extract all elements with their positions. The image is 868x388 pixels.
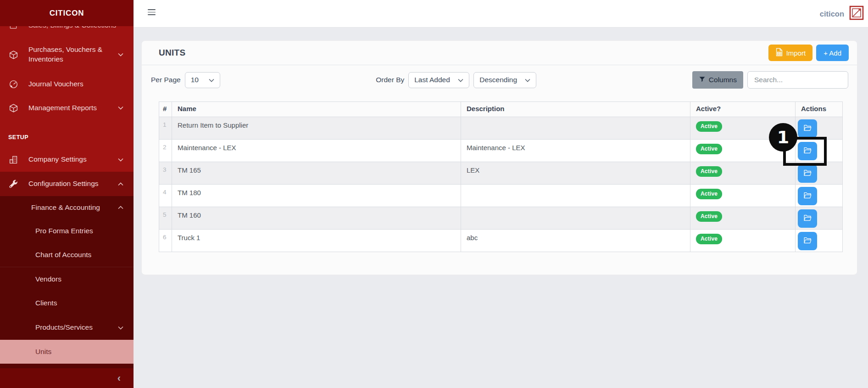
status-badge: Active [696, 144, 722, 154]
sidebar-item-products-services[interactable]: Products/Services [0, 315, 134, 340]
sidebar-item-pro-forma-entries[interactable]: Pro Forma Entries [0, 219, 134, 243]
sidebar: Sales, Billings & Collections Purchases,… [0, 0, 134, 388]
open-record-button[interactable] [798, 232, 817, 250]
open-record-button[interactable] [798, 187, 817, 205]
sidebar-item-label: Chart of Accounts [0, 250, 134, 260]
sort-direction-select[interactable]: Descending [473, 72, 536, 88]
sidebar-item-company-settings[interactable]: Company Settings [0, 147, 134, 172]
column-header-name: Name [172, 102, 461, 117]
table-controls: Per Page 10 Order By Last Added [151, 71, 848, 89]
per-page-label: Per Page [151, 76, 181, 84]
status-badge: Active [696, 166, 722, 177]
sidebar-item-label: Units [0, 347, 134, 357]
columns-button-label: Columns [709, 76, 737, 84]
sidebar-submenu-configuration: Finance & Accounting Pro Forma Entries C… [0, 196, 134, 368]
cube-icon [8, 103, 18, 113]
columns-button[interactable]: Columns [692, 71, 743, 89]
cell-active: Active [690, 230, 796, 252]
app-root: Sales, Billings & Collections Purchases,… [0, 0, 868, 388]
sidebar-item-label: Finance & Accounting [0, 203, 118, 213]
import-button-label: Import [786, 49, 806, 57]
sidebar-item-label: Pro Forma Entries [0, 226, 134, 236]
cell-active: Active [690, 207, 796, 230]
sidebar-collapse-button[interactable]: ‹ [0, 368, 134, 388]
wrench-icon [8, 179, 18, 189]
add-button[interactable]: + Add [816, 45, 849, 61]
chevron-down-icon [209, 76, 214, 84]
sidebar-item-vendors[interactable]: Vendors [0, 267, 134, 291]
units-table: # Name Description Active? Actions 1 Ret… [159, 101, 843, 252]
cell-active: Active [690, 185, 796, 207]
chevron-left-icon: ‹ [117, 373, 121, 383]
page-title: UNITS [159, 48, 186, 58]
sidebar-item-chart-of-accounts[interactable]: Chart of Accounts [0, 243, 134, 267]
broken-image-icon [849, 6, 864, 22]
open-record-button[interactable] [798, 209, 817, 228]
per-page-select[interactable]: 10 [185, 72, 220, 88]
folder-open-icon [803, 169, 812, 178]
chevron-down-icon [118, 158, 123, 162]
sort-field-value: Last Added [414, 76, 450, 84]
sidebar-item-label: Configuration Settings [28, 179, 118, 189]
sidebar-item-label: Vendors [0, 275, 134, 284]
speedometer-icon [8, 79, 18, 89]
table-row: 2 Maintenance - LEX Maintenance - LEX Ac… [159, 140, 843, 162]
annotation-step-marker: 1 [769, 123, 797, 152]
sidebar-item-units[interactable]: Units [0, 340, 134, 364]
folder-open-icon [803, 214, 812, 223]
cell-name: Truck 1 [172, 230, 461, 252]
sidebar-item-label: Management Reports [28, 103, 118, 113]
cell-description: Maintenance - LEX [461, 140, 690, 162]
cell-description [461, 185, 690, 207]
chevron-down-icon [525, 76, 530, 84]
building-icon [8, 155, 18, 165]
import-button[interactable]: Import [768, 45, 813, 61]
file-spreadsheet-icon [775, 48, 783, 58]
sidebar-item-label: Purchases, Vouchers & Inventories [28, 45, 118, 64]
sidebar-item-label: Journal Vouchers [28, 79, 134, 89]
units-panel: UNITS Import + Add [141, 40, 857, 275]
column-header-active: Active? [690, 102, 796, 117]
sidebar-item-management-reports[interactable]: Management Reports [0, 96, 134, 119]
chevron-down-icon [118, 106, 123, 110]
main-area: citicon UNITS Import [134, 0, 868, 388]
sidebar-toggle-button[interactable] [148, 9, 156, 15]
status-badge: Active [696, 121, 722, 132]
sidebar-item-label: Products/Services [0, 323, 118, 332]
chevron-down-icon [118, 53, 123, 56]
status-badge: Active [696, 211, 722, 222]
search-input[interactable] [747, 71, 848, 89]
cell-description: LEX [461, 162, 690, 185]
sidebar-item-journal-vouchers[interactable]: Journal Vouchers [0, 72, 134, 96]
cell-name: TM 180 [172, 185, 461, 207]
hamburger-icon [148, 9, 156, 10]
chevron-up-icon [118, 182, 123, 186]
chevron-down-icon [118, 326, 123, 330]
per-page-value: 10 [191, 76, 199, 84]
column-header-actions: Actions [796, 102, 843, 117]
sidebar-item-clients[interactable]: Clients [0, 291, 134, 315]
panel-header: UNITS Import + Add [142, 41, 857, 65]
sort-field-select[interactable]: Last Added [408, 72, 469, 88]
filter-funnel-icon [699, 76, 706, 84]
column-header-num: # [159, 102, 172, 117]
brand-logo: CITICON [0, 0, 134, 26]
table-header-row: # Name Description Active? Actions [159, 102, 843, 117]
chevron-up-icon [118, 206, 123, 209]
cell-name: TM 165 [172, 162, 461, 185]
cell-name: Return Item to Supplier [172, 117, 461, 140]
top-navbar: citicon [134, 0, 868, 28]
sidebar-item-purchases-vouchers-inventories[interactable]: Purchases, Vouchers & Inventories [0, 40, 134, 69]
open-record-button[interactable] [798, 164, 817, 183]
table-row: 3 TM 165 LEX Active [159, 162, 843, 185]
order-by-label: Order By [376, 76, 404, 84]
sort-direction-value: Descending [479, 76, 517, 84]
open-record-button[interactable] [798, 119, 817, 138]
status-badge: Active [696, 234, 722, 244]
table-row: 1 Return Item to Supplier Active [159, 117, 843, 140]
status-badge: Active [696, 189, 722, 199]
add-button-label: + Add [823, 49, 841, 57]
sidebar-item-finance-accounting[interactable]: Finance & Accounting [0, 196, 134, 219]
sidebar-item-configuration-settings[interactable]: Configuration Settings [0, 172, 134, 196]
cell-description: abc [461, 230, 690, 252]
